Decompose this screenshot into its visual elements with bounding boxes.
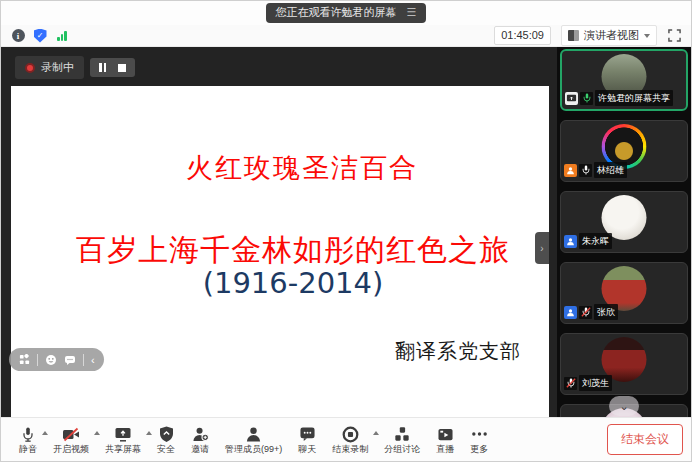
shield-icon (159, 425, 174, 443)
breakout-icon (394, 425, 410, 443)
mute-button[interactable]: 静音 (11, 425, 45, 454)
record-stop-icon (342, 425, 359, 443)
slide-subtitle: 百岁上海千金林如彤的红色之旅 (24, 230, 562, 271)
mic-muted-icon (564, 377, 577, 390)
chat-button[interactable]: 聊天 (290, 425, 324, 454)
participant-tile[interactable]: 张欣 (560, 262, 688, 324)
pause-recording-button[interactable] (99, 63, 106, 72)
more-button[interactable]: 更多 (462, 425, 496, 454)
camera-off-icon (62, 425, 80, 443)
participant-tile[interactable]: 刘茂生 (560, 333, 688, 395)
collapse-left-icon[interactable]: ‹ (91, 354, 95, 366)
network-signal-icon[interactable] (55, 30, 69, 41)
participant-name: 朱永晖 (579, 233, 612, 249)
info-icon[interactable]: i (12, 29, 25, 42)
mic-on-icon (580, 92, 593, 105)
participant-tile[interactable]: 朱永晖 (560, 191, 688, 253)
fullscreen-icon[interactable] (667, 29, 681, 43)
mic-on-icon (579, 164, 592, 177)
breakout-rooms-button[interactable]: 分组讨论 (376, 425, 428, 454)
share-screen-button[interactable]: 共享屏幕 (97, 425, 149, 454)
recording-indicator: 录制中 (15, 56, 84, 79)
recording-controls: 录制中 (15, 56, 135, 79)
member-icon (564, 164, 577, 177)
watching-screen-pill[interactable]: 您正在观看许勉君的屏幕 ☰ (266, 3, 427, 22)
slide-years: (1916-2014) (24, 266, 562, 300)
scroll-down-button[interactable]: ⌄ (609, 396, 639, 416)
layout-icon (568, 30, 579, 41)
stop-recording-button[interactable]: 结束录制 (324, 425, 376, 454)
start-video-button[interactable]: 开启视频 (45, 425, 97, 454)
recording-dot-icon (25, 63, 35, 73)
chevron-down-icon (644, 34, 650, 38)
participant-name: 张欣 (594, 304, 618, 320)
chat-bubble-icon[interactable] (64, 354, 76, 366)
slide-title: 火红玫瑰圣洁百合 (33, 150, 571, 186)
end-meeting-button[interactable]: 结束会议 (607, 424, 683, 455)
screen-share-icon (565, 92, 578, 105)
watching-screen-text: 您正在观看许勉君的屏幕 (276, 6, 397, 19)
meeting-timer: 01:45:09 (494, 26, 551, 44)
person-add-icon (192, 425, 209, 443)
view-mode-button[interactable]: 演讲者视图 (561, 25, 657, 46)
top-banner: 您正在观看许勉君的屏幕 ☰ (1, 1, 691, 25)
mic-muted-icon (579, 306, 592, 319)
mic-icon (20, 425, 36, 443)
participants-sidebar: 许勉君的屏幕共享 林绍雄 朱永晖 (557, 47, 691, 419)
invite-button[interactable]: 邀请 (183, 425, 217, 454)
live-stream-button[interactable]: 直播 (428, 425, 462, 454)
participant-tile-screen-share[interactable]: 许勉君的屏幕共享 (560, 49, 688, 111)
view-mode-label: 演讲者视图 (584, 28, 639, 43)
meeting-toolbar: 静音 开启视频 共享屏幕 (1, 417, 692, 461)
shared-screen-stage: 火红玫瑰圣洁百合 百岁上海千金林如彤的红色之旅 (1916-2014) 翻译系党… (1, 47, 559, 419)
security-shield-icon[interactable]: ✓ (34, 29, 47, 43)
stop-recording-button[interactable] (118, 64, 126, 72)
chat-icon (299, 425, 316, 443)
member-icon (564, 235, 577, 248)
live-icon (437, 425, 454, 443)
participant-name: 许勉君的屏幕共享 (595, 90, 673, 106)
banner-menu-icon[interactable]: ☰ (407, 6, 417, 19)
meeting-header: i ✓ 01:45:09 演讲者视图 (1, 25, 691, 47)
share-screen-icon (114, 425, 132, 443)
reaction-toolbar: ‹ (9, 348, 104, 371)
participant-name: 刘茂生 (579, 375, 612, 391)
more-dots-icon (471, 425, 488, 443)
apps-grid-icon[interactable] (18, 354, 30, 366)
person-icon (245, 425, 262, 443)
sidebar-collapse-handle[interactable]: › (535, 232, 549, 264)
manage-members-button[interactable]: 管理成员(99+) (217, 425, 290, 454)
security-button[interactable]: 安全 (149, 425, 183, 454)
participant-name: 林绍雄 (594, 162, 627, 178)
recording-label: 录制中 (41, 60, 74, 75)
participant-tile[interactable]: 林绍雄 (560, 120, 688, 182)
emoji-icon[interactable] (45, 354, 57, 366)
slide-footer: 翻译系党支部 (395, 338, 521, 365)
member-icon (564, 306, 577, 319)
